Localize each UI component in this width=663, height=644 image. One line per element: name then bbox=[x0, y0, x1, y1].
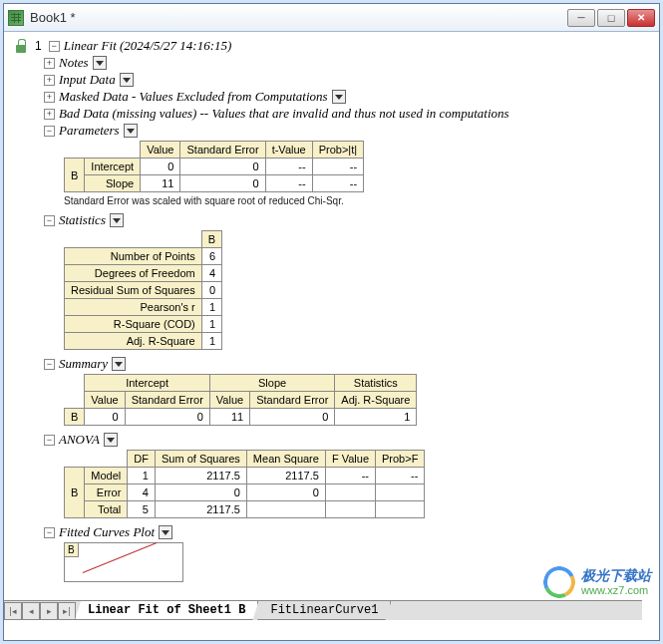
cell: -- bbox=[265, 159, 312, 175]
node-label: Bad Data (missing values) -- Values that… bbox=[59, 106, 509, 122]
node-label: Masked Data - Values Excluded from Compu… bbox=[59, 89, 328, 105]
col-header: Sum of Squares bbox=[155, 451, 246, 468]
col-group: Intercept bbox=[85, 375, 209, 392]
col-header: t-Value bbox=[265, 142, 312, 159]
dropdown-icon[interactable] bbox=[124, 124, 138, 138]
expand-toggle[interactable]: + bbox=[44, 75, 55, 86]
expand-toggle[interactable]: + bbox=[44, 109, 55, 120]
collapse-toggle[interactable]: − bbox=[44, 435, 55, 446]
maximize-button[interactable] bbox=[597, 9, 625, 27]
dropdown-icon[interactable] bbox=[332, 90, 346, 104]
dropdown-icon[interactable] bbox=[104, 433, 118, 447]
dropdown-icon[interactable] bbox=[120, 73, 134, 87]
summary-table: Intercept Slope Statistics Value Standar… bbox=[64, 374, 417, 426]
dropdown-icon[interactable] bbox=[110, 213, 124, 227]
notes-node: + Notes bbox=[44, 55, 649, 71]
row-label: Slope bbox=[85, 175, 141, 192]
row-label: Model bbox=[85, 468, 128, 484]
summary-content: Intercept Slope Statistics Value Standar… bbox=[64, 374, 649, 426]
cell: 11 bbox=[141, 175, 180, 192]
tab-prev-button[interactable]: ◂ bbox=[22, 602, 40, 620]
titlebar[interactable]: Book1 * bbox=[4, 4, 659, 32]
cell bbox=[376, 484, 425, 501]
col-header: Value bbox=[141, 142, 180, 159]
tab-next-button[interactable]: ▸ bbox=[40, 602, 58, 620]
col-header: Mean Square bbox=[246, 451, 325, 468]
row-group: B bbox=[65, 159, 85, 192]
dropdown-icon[interactable] bbox=[112, 357, 126, 371]
worksheet-icon bbox=[8, 10, 24, 26]
cell: 2117.5 bbox=[246, 468, 325, 484]
row-label: R-Square (COD) bbox=[65, 316, 202, 333]
dropdown-icon[interactable] bbox=[159, 525, 172, 539]
bad-data-node: + Bad Data (missing values) -- Values th… bbox=[44, 106, 649, 122]
col-header: DF bbox=[128, 451, 156, 468]
expand-toggle[interactable]: + bbox=[44, 92, 55, 103]
col-header: Prob>F bbox=[376, 451, 425, 468]
cell: 1 bbox=[335, 409, 417, 426]
sheet-tab-inactive[interactable]: FitLinearCurve1 bbox=[257, 601, 391, 620]
statistics-node: − Statistics bbox=[44, 212, 649, 228]
app-window: Book1 * 1 − Linear Fit (2024/5/27 14:16:… bbox=[3, 3, 660, 641]
minimize-button[interactable] bbox=[567, 9, 595, 27]
statistics-table: B Number of Points6 Degrees of Freedom4 … bbox=[64, 230, 222, 350]
sheet-tab-active[interactable]: Linear Fit of Sheet1 B bbox=[75, 601, 258, 620]
cell: 0 bbox=[155, 484, 246, 501]
node-label: Parameters bbox=[59, 123, 120, 139]
tab-nav: |◂ ◂ ▸ ▸| bbox=[4, 602, 76, 620]
cell: -- bbox=[312, 175, 363, 192]
cell bbox=[325, 501, 375, 518]
plot-thumbnail[interactable]: B bbox=[64, 542, 183, 582]
cell: 1 bbox=[201, 333, 221, 350]
watermark-text: 极光下载站 www.xz7.com bbox=[581, 568, 651, 595]
col-header: Adj. R-Square bbox=[335, 392, 417, 409]
anova-node: − ANOVA bbox=[44, 432, 649, 448]
tab-first-button[interactable]: |◂ bbox=[4, 602, 22, 620]
watermark-name: 极光下载站 bbox=[581, 568, 651, 583]
expand-toggle[interactable]: + bbox=[44, 58, 55, 69]
col-group: Statistics bbox=[335, 375, 417, 392]
node-label: Notes bbox=[59, 55, 89, 71]
masked-data-node: + Masked Data - Values Excluded from Com… bbox=[44, 89, 649, 105]
collapse-toggle[interactable]: − bbox=[49, 41, 60, 52]
cell: 4 bbox=[201, 265, 221, 282]
cell: 2117.5 bbox=[155, 501, 246, 518]
node-label: Summary bbox=[59, 356, 108, 372]
input-data-node: + Input Data bbox=[44, 72, 649, 88]
col-header: Value bbox=[85, 392, 125, 409]
fitted-plot-node: − Fitted Curves Plot bbox=[44, 524, 649, 540]
window-title: Book1 * bbox=[30, 10, 567, 25]
cell: -- bbox=[325, 468, 375, 484]
content-area: 1 − Linear Fit (2024/5/27 14:16:15) + No… bbox=[4, 32, 659, 620]
node-index: 1 bbox=[35, 39, 42, 53]
parameters-footnote: Standard Error was scaled with square ro… bbox=[64, 195, 649, 206]
col-header: B bbox=[201, 231, 221, 248]
root-node: 1 − Linear Fit (2024/5/27 14:16:15) bbox=[14, 38, 649, 54]
statistics-content: B Number of Points6 Degrees of Freedom4 … bbox=[64, 230, 649, 350]
row-group: B bbox=[65, 409, 85, 426]
parameters-content: Value Standard Error t-Value Prob>|t| B … bbox=[64, 141, 649, 206]
cell: 2117.5 bbox=[155, 468, 246, 484]
dropdown-icon[interactable] bbox=[93, 56, 107, 70]
cell: 0 bbox=[141, 159, 180, 175]
row-label: Pearson's r bbox=[65, 299, 202, 316]
cell: 0 bbox=[201, 282, 221, 299]
sheet-tabs: |◂ ◂ ▸ ▸| Linear Fit of Sheet1 B FitLine… bbox=[4, 600, 642, 620]
row-label: Number of Points bbox=[65, 248, 202, 265]
cell: 1 bbox=[201, 299, 221, 316]
tab-last-button[interactable]: ▸| bbox=[58, 602, 76, 620]
cell bbox=[376, 501, 425, 518]
row-label: Residual Sum of Squares bbox=[65, 282, 202, 299]
parameters-node: − Parameters bbox=[44, 123, 649, 139]
col-header: Standard Error bbox=[180, 142, 265, 159]
col-header: Standard Error bbox=[250, 392, 335, 409]
close-button[interactable] bbox=[627, 9, 655, 27]
collapse-toggle[interactable]: − bbox=[44, 359, 55, 370]
anova-table: DF Sum of Squares Mean Square F Value Pr… bbox=[64, 450, 425, 518]
collapse-toggle[interactable]: − bbox=[44, 126, 55, 137]
parameters-table: Value Standard Error t-Value Prob>|t| B … bbox=[64, 141, 364, 192]
cell: 1 bbox=[128, 468, 156, 484]
cell: 6 bbox=[201, 248, 221, 265]
collapse-toggle[interactable]: − bbox=[44, 215, 55, 226]
collapse-toggle[interactable]: − bbox=[44, 527, 55, 538]
